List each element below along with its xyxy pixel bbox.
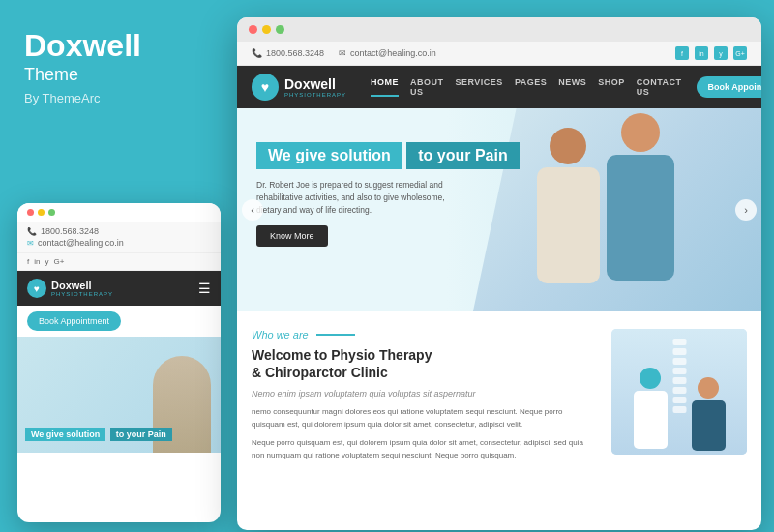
phone-icon: 📞 (27, 227, 37, 236)
desktop-dot-yellow (262, 25, 271, 34)
mobile-hero-section: We give solution to your Pain (17, 337, 221, 453)
social-gp-icon[interactable]: G+ (733, 46, 747, 60)
social-gplus[interactable]: G+ (53, 257, 64, 266)
hero-content: We give solution to your Pain Dr. Robert… (256, 142, 520, 247)
mobile-logo: ♥ Doxwell PHYSIOTHERAPY (27, 279, 113, 298)
chrome-dot-red (27, 209, 34, 216)
doctor1-head (640, 368, 661, 389)
hero-line2: to your Pain (406, 142, 519, 169)
spine-segment (672, 339, 686, 345)
topinfo-left: 📞 1800.568.3248 ✉ contact@healing.co.in (252, 48, 436, 58)
social-in-icon[interactable]: in (695, 46, 708, 60)
know-more-button[interactable]: Know More (256, 225, 328, 247)
mobile-email: contact@healing.co.in (38, 238, 124, 248)
desktop-logo-text-group: Doxwell PHYSIOTHERAPY (284, 76, 346, 98)
chrome-dot-yellow (38, 209, 45, 216)
mobile-phone-row: 📞 1800.568.3248 (27, 226, 211, 236)
doctor-figure2 (689, 377, 728, 455)
mobile-phone: 1800.568.3248 (41, 226, 99, 236)
mobile-logo-icon: ♥ (27, 279, 46, 298)
desktop-chrome-bar (237, 17, 761, 42)
desktop-mockup: 📞 1800.568.3248 ✉ contact@healing.co.in … (237, 17, 761, 530)
chrome-dot-green (48, 209, 55, 216)
spine-object (672, 339, 687, 435)
nav-link-news[interactable]: NEWS (558, 77, 586, 97)
doctor-figure1 (631, 368, 670, 455)
clinic-text2: Neque porro quisquam est, qui dolorem ip… (252, 437, 597, 462)
topinfo-phone-number: 1800.568.3248 (266, 48, 324, 58)
mobile-logo-text-group: Doxwell PHYSIOTHERAPY (51, 280, 113, 297)
topinfo-email: ✉ contact@healing.co.in (339, 48, 436, 58)
email-icon-desktop: ✉ (339, 48, 346, 58)
hamburger-icon[interactable]: ☰ (198, 281, 211, 296)
doctor2-head (698, 377, 719, 399)
spine-segment (672, 377, 686, 384)
hero-prev-arrow[interactable]: ‹ (242, 199, 263, 221)
brand-byline: By ThemeArc (24, 91, 208, 105)
desktop-hero-section: We give solution to your Pain Dr. Robert… (237, 108, 761, 311)
hero-line1: We give solution (256, 142, 402, 169)
hero-description: Dr. Robert Joe is prepared to suggest re… (256, 179, 450, 216)
desktop-book-button[interactable]: Book Appointment (697, 76, 761, 98)
mobile-hero-line1: We give solution (25, 428, 105, 441)
brand-title: Doxwell (24, 29, 208, 63)
spine-segment (672, 368, 686, 374)
mobile-navbar: ♥ Doxwell PHYSIOTHERAPY ☰ (17, 271, 221, 306)
mobile-hero-text: We give solution to your Pain (25, 424, 172, 443)
desktop-logo: ♥ Doxwell PHYSIOTHERAPY (252, 74, 346, 101)
nav-link-services[interactable]: SERVICES (456, 77, 503, 97)
mobile-book-button[interactable]: Book Appointment (27, 311, 121, 331)
mobile-logo-sub: PHYSIOTHERAPY (51, 291, 113, 297)
topinfo-email-address: contact@healing.co.in (350, 48, 436, 58)
spine-segment (672, 406, 686, 413)
desktop-nav-links: HOME ABOUT US SERVICES PAGES NEWS SHOP C… (371, 77, 682, 97)
mobile-chrome-bar (17, 203, 221, 222)
desktop-logo-icon: ♥ (252, 74, 279, 101)
social-fb-icon[interactable]: f (675, 46, 689, 60)
hero-next-arrow[interactable]: › (735, 199, 757, 221)
desktop-navbar: ♥ Doxwell PHYSIOTHERAPY HOME ABOUT US SE… (237, 66, 761, 108)
nav-link-pages[interactable]: PAGES (515, 77, 547, 97)
mobile-hero-line2: to your Pain (110, 428, 172, 441)
mobile-mockup: 📞 1800.568.3248 ✉ contact@healing.co.in … (17, 203, 221, 522)
spine-segment (672, 348, 686, 355)
clinic-image-content (611, 329, 747, 455)
topinfo-phone: 📞 1800.568.3248 (252, 48, 324, 58)
social-y-icon[interactable]: y (714, 46, 728, 60)
desktop-logo-sub: PHYSIOTHERAPY (284, 92, 346, 98)
nav-link-about[interactable]: ABOUT US (410, 77, 444, 97)
social-in[interactable]: in (34, 257, 40, 266)
desktop-logo-name: Doxwell (284, 76, 346, 92)
bottom-right-image (611, 329, 747, 455)
brand-subtitle: Theme (24, 65, 208, 85)
doctor2-body (692, 400, 726, 451)
person1-body (607, 155, 674, 281)
person1-head (621, 113, 660, 152)
clinic-heading: Welcome to Physio Therapy& Chiroparctor … (252, 346, 597, 381)
spine-segment (672, 397, 686, 403)
hero-person-figure (491, 108, 703, 311)
mobile-email-row: ✉ contact@healing.co.in (27, 238, 211, 248)
bottom-left-content: Who we are Welcome to Physio Therapy& Ch… (252, 329, 597, 468)
clinic-text1: nemo consequuntur magni dolores eos qui … (252, 406, 597, 431)
social-f[interactable]: f (27, 257, 29, 266)
left-panel: Doxwell Theme By ThemeArc 📞 1800.568.324… (0, 0, 232, 532)
social-y[interactable]: y (45, 257, 48, 266)
spine-segment (672, 387, 686, 394)
spine-segment (672, 358, 686, 365)
person2-body (537, 167, 600, 283)
mobile-social-bar: f in y G+ (17, 253, 221, 271)
email-icon: ✉ (27, 239, 34, 248)
nav-link-shop[interactable]: SHOP (598, 77, 625, 97)
nav-link-contact[interactable]: CONTACT US (637, 77, 682, 97)
desktop-bottom-section: Who we are Welcome to Physio Therapy& Ch… (237, 311, 761, 486)
nav-link-home[interactable]: HOME (371, 77, 399, 97)
mobile-logo-name: Doxwell (51, 280, 113, 291)
desktop-dot-red (249, 25, 257, 34)
desktop-topinfo-bar: 📞 1800.568.3248 ✉ contact@healing.co.in … (237, 42, 761, 66)
doctor1-body (634, 391, 668, 449)
desktop-dot-green (276, 25, 284, 34)
phone-icon-desktop: 📞 (252, 48, 262, 58)
clinic-subheading: Nemo enim ipsam voluptatem quia voluptas… (252, 389, 597, 399)
person2-head (550, 128, 586, 164)
